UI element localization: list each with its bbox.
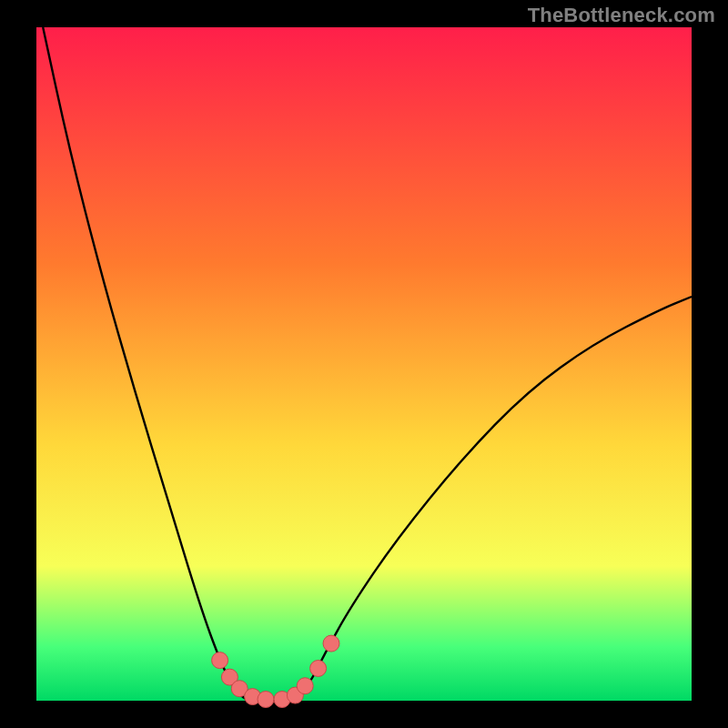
curve-dot	[212, 652, 228, 669]
curve-dot	[297, 678, 313, 694]
bottleneck-chart	[0, 0, 728, 728]
curve-dot	[258, 692, 274, 708]
curve-dot	[323, 635, 339, 652]
plot-background-gradient	[36, 27, 692, 701]
watermark-text: TheBottleneck.com	[528, 4, 715, 27]
chart-frame: { "watermark": { "text": "TheBottleneck.…	[0, 0, 728, 728]
curve-dot	[310, 660, 327, 676]
